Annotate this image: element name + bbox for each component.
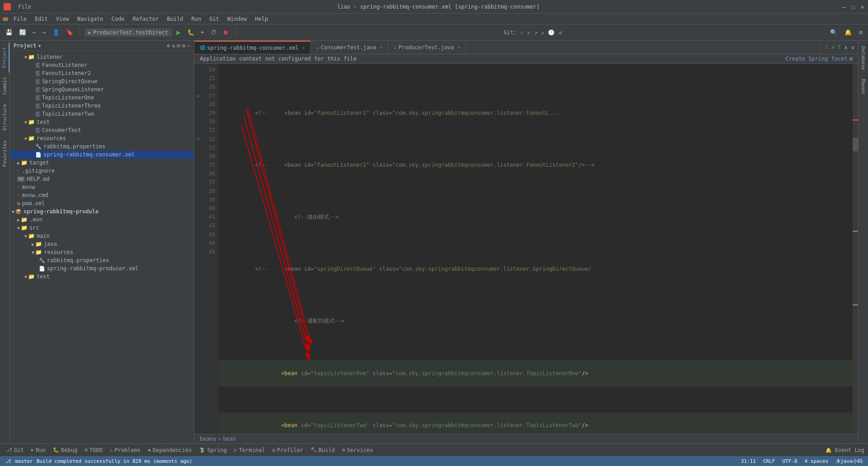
menu-build[interactable]: Build (163, 15, 187, 23)
tab-producer[interactable]: ☕ ProducerTest.java ✕ (388, 41, 466, 54)
fold-31[interactable] (194, 126, 202, 135)
tab-xml[interactable]: 🌐 spring-rabbitmq-consumer.xml ✕ (194, 41, 311, 54)
fold-28[interactable] (194, 100, 202, 109)
tree-item-producer-xml[interactable]: 📄 spring-rabbitmq-producer.xml (10, 264, 194, 273)
tree-item-java2[interactable]: ▶ 📁 java (10, 240, 194, 248)
producer-tab-close[interactable]: ✕ (458, 45, 460, 50)
tree-arrow[interactable]: ▼ (12, 209, 14, 214)
tree-item-target[interactable]: ▶ 📁 target (10, 159, 194, 167)
tree-item-consumertest[interactable]: C ConsumerTest (10, 126, 194, 134)
menu-edit[interactable]: Edit (31, 15, 52, 23)
menu-window[interactable]: Window (224, 15, 250, 23)
menu-code[interactable]: Code (108, 15, 128, 23)
tree-item-help[interactable]: MD HELP.md (10, 175, 194, 183)
bottom-tab-debug[interactable]: 🐛 Debug (50, 446, 80, 454)
git-tick[interactable]: ✔ (527, 29, 530, 36)
minimize-panel-icon[interactable]: — (187, 42, 190, 49)
tree-item-fanout2[interactable]: C FanoutListener2 (10, 69, 194, 77)
fold-35[interactable] (194, 161, 202, 169)
right-tab-maven[interactable]: Maven (859, 75, 867, 98)
tree-arrow[interactable]: ▼ (32, 250, 34, 255)
tree-item-resources2[interactable]: ▼ 📁 resources (10, 248, 194, 256)
tree-arrow[interactable]: ▼ (24, 120, 27, 125)
settings-icon[interactable]: ⚙ (182, 42, 185, 49)
tree-item-topic3[interactable]: C TopicListenerThree (10, 102, 194, 110)
git-revert[interactable]: ↺ (558, 29, 561, 36)
git-push[interactable]: ↗ (534, 29, 538, 36)
fold-29[interactable] (194, 109, 202, 118)
fold-36[interactable] (194, 169, 202, 178)
tree-item-fanout1[interactable]: C FanoutListener (10, 61, 194, 69)
tree-item-mvnw[interactable]: · mvnw (10, 183, 194, 191)
menu-help[interactable]: Help (251, 15, 272, 23)
fold-42[interactable] (194, 221, 202, 230)
fold-34[interactable] (194, 152, 202, 161)
tree-item-topic1[interactable]: C TopicListenerOne (10, 94, 194, 102)
toolbar-forward[interactable]: → (41, 28, 48, 37)
menu-navigate[interactable]: Navigate (74, 15, 107, 23)
line-ending[interactable]: CRLF (763, 458, 775, 464)
bottom-tab-todo[interactable]: ≡ TODO (82, 446, 105, 454)
fold-33[interactable] (194, 144, 202, 152)
bottom-tab-spring[interactable]: 🍃 Spring (196, 446, 229, 454)
settings-icon[interactable]: ⚙ (857, 28, 864, 37)
sidebar-tab-favorites[interactable]: Favorites (0, 136, 9, 172)
tree-item-springdirect[interactable]: C SpringDirectQueue (10, 77, 194, 85)
tree-item-mvn2[interactable]: ▶ 📁 .mvn (10, 216, 194, 224)
toolbar-sync[interactable]: 🔄 (17, 28, 28, 37)
tree-item-listener[interactable]: ▼ 📁 listener (10, 53, 194, 61)
bottom-tab-services[interactable]: ⚙ Services (340, 446, 376, 454)
tree-arrow[interactable]: ▼ (24, 136, 27, 141)
tree-item-src2[interactable]: ▼ 📁 src (10, 224, 194, 232)
bottom-tab-profiler[interactable]: ◎ Profiler (269, 446, 306, 454)
xml-tab-close[interactable]: ✕ (302, 45, 305, 50)
run-config[interactable]: ▶ ProducerTest.testDirect (85, 28, 172, 37)
event-log-label[interactable]: Event Log (835, 447, 864, 453)
tree-item-test2[interactable]: ▼ 📁 test (10, 273, 194, 281)
tree-item-springqueue[interactable]: C SpringQueueListener (10, 85, 194, 94)
expand-all-icon[interactable]: ⇅ (172, 42, 175, 49)
cursor-position[interactable]: 31:11 (741, 458, 756, 464)
bottom-tab-dependencies[interactable]: ◈ Dependencies (145, 446, 194, 454)
fold-26[interactable] (194, 83, 202, 91)
tree-item-gitignore[interactable]: · .gitignore (10, 167, 194, 175)
notifications-icon[interactable]: 🔔 (843, 28, 854, 37)
fold-38[interactable] (194, 187, 202, 196)
fold-30[interactable] (194, 118, 202, 126)
expand-editor-icon[interactable]: ∧ (844, 44, 848, 51)
tree-item-rabbitmq-props[interactable]: 🔧 rabbitmq.properties (10, 142, 194, 151)
close-button[interactable]: ✕ (861, 3, 864, 10)
menu-file[interactable]: File (10, 15, 30, 23)
consumer-tab-close[interactable]: ✕ (380, 45, 382, 50)
tree-item-main2[interactable]: ▼ 📁 main (10, 232, 194, 240)
editor-scrollbar[interactable] (853, 64, 858, 434)
fold-27[interactable]: ▶ (194, 92, 202, 100)
collapse-all-icon[interactable]: ⊟ (177, 42, 180, 49)
toolbar-user[interactable]: 👤 (51, 28, 61, 37)
right-tab-database[interactable]: Database (859, 42, 867, 74)
fold-44[interactable] (194, 239, 202, 248)
locate-icon[interactable]: ⊕ (167, 42, 170, 49)
toolbar-bookmark[interactable]: 🔖 (64, 28, 75, 37)
tree-arrow[interactable]: ▼ (24, 274, 27, 279)
event-log-area[interactable]: 🔔 Event Log (826, 447, 864, 453)
tree-item-mvnw-cmd[interactable]: · mvnw.cmd (10, 191, 194, 199)
maximize-button[interactable]: ☐ (851, 3, 855, 10)
tree-item-consumer-xml[interactable]: 📄 spring-rabbitmq-consumer.xml (10, 151, 194, 159)
bottom-tab-build[interactable]: 🔨 Build (308, 446, 338, 454)
search-icon[interactable]: 🔍 (828, 28, 839, 37)
fold-43[interactable] (194, 231, 202, 239)
git-pull[interactable]: ↙ (541, 29, 544, 36)
tree-arrow[interactable]: ▼ (17, 226, 20, 231)
coverage-button[interactable]: ☂ (199, 28, 206, 37)
sidebar-tab-project[interactable]: Project (0, 42, 9, 72)
tree-arrow[interactable]: ▶ (32, 242, 34, 247)
fold-45[interactable] (194, 248, 202, 256)
toolbar-back[interactable]: ← (31, 28, 38, 37)
encoding[interactable]: UTF-8 (782, 458, 797, 464)
fold-41[interactable] (194, 213, 202, 221)
tree-item-pom[interactable]: m pom.xml (10, 199, 194, 207)
fold-24[interactable] (194, 66, 202, 74)
project-dropdown-icon[interactable]: ▼ (38, 43, 41, 48)
tree-arrow[interactable]: ▼ (24, 234, 27, 239)
